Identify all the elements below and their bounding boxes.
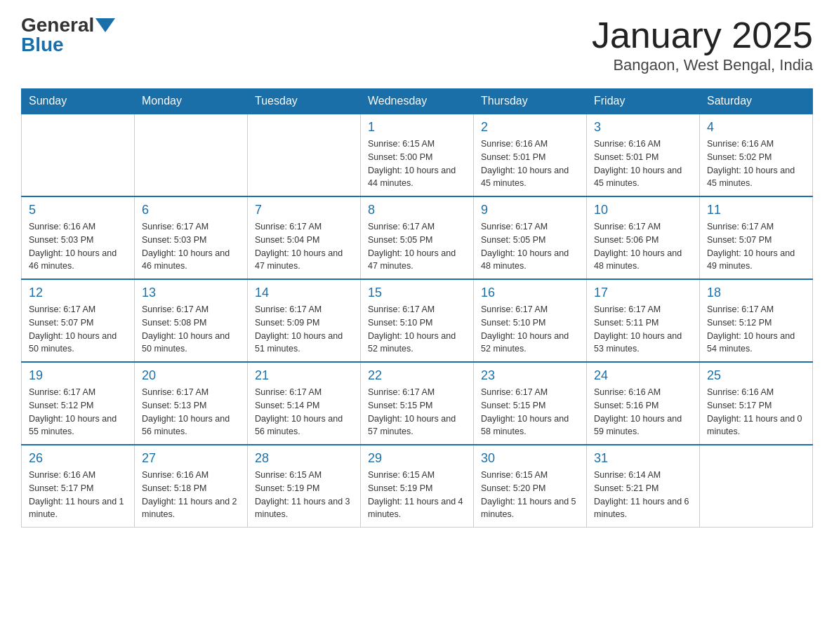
day-number-12: 12 bbox=[29, 286, 127, 300]
day-number-7: 7 bbox=[255, 203, 353, 217]
day-number-18: 18 bbox=[707, 286, 805, 300]
calendar-subtitle: Bangaon, West Bengal, India bbox=[592, 56, 813, 74]
day-cell-8: 8Sunrise: 6:17 AM Sunset: 5:05 PM Daylig… bbox=[361, 196, 474, 279]
logo-blue-text: Blue bbox=[21, 34, 64, 56]
day-number-17: 17 bbox=[594, 286, 692, 300]
day-number-28: 28 bbox=[255, 451, 353, 466]
day-number-10: 10 bbox=[594, 203, 692, 217]
weekday-header-tuesday: Tuesday bbox=[248, 89, 361, 114]
day-info-25: Sunrise: 6:16 AM Sunset: 5:17 PM Dayligh… bbox=[707, 386, 805, 438]
title-section: January 2025 Bangaon, West Bengal, India bbox=[592, 14, 813, 74]
day-cell-25: 25Sunrise: 6:16 AM Sunset: 5:17 PM Dayli… bbox=[700, 362, 813, 445]
day-number-25: 25 bbox=[707, 368, 805, 383]
day-cell-13: 13Sunrise: 6:17 AM Sunset: 5:08 PM Dayli… bbox=[135, 279, 248, 362]
day-info-20: Sunrise: 6:17 AM Sunset: 5:13 PM Dayligh… bbox=[142, 386, 240, 438]
day-info-7: Sunrise: 6:17 AM Sunset: 5:04 PM Dayligh… bbox=[255, 220, 353, 273]
day-cell-30: 30Sunrise: 6:15 AM Sunset: 5:20 PM Dayli… bbox=[474, 445, 587, 528]
day-number-14: 14 bbox=[255, 286, 353, 300]
calendar-table: SundayMondayTuesdayWednesdayThursdayFrid… bbox=[21, 88, 813, 528]
page-header: General Blue January 2025 Bangaon, West … bbox=[21, 14, 813, 74]
logo-triangle-icon bbox=[95, 18, 115, 32]
day-cell-31: 31Sunrise: 6:14 AM Sunset: 5:21 PM Dayli… bbox=[587, 445, 700, 528]
day-cell-24: 24Sunrise: 6:16 AM Sunset: 5:16 PM Dayli… bbox=[587, 362, 700, 445]
day-info-12: Sunrise: 6:17 AM Sunset: 5:07 PM Dayligh… bbox=[29, 303, 127, 356]
day-cell-15: 15Sunrise: 6:17 AM Sunset: 5:10 PM Dayli… bbox=[361, 279, 474, 362]
day-number-5: 5 bbox=[29, 203, 127, 217]
day-info-24: Sunrise: 6:16 AM Sunset: 5:16 PM Dayligh… bbox=[594, 386, 692, 438]
day-number-16: 16 bbox=[481, 286, 579, 300]
day-info-17: Sunrise: 6:17 AM Sunset: 5:11 PM Dayligh… bbox=[594, 303, 692, 356]
day-number-11: 11 bbox=[707, 203, 805, 217]
day-cell-18: 18Sunrise: 6:17 AM Sunset: 5:12 PM Dayli… bbox=[700, 279, 813, 362]
day-cell-5: 5Sunrise: 6:16 AM Sunset: 5:03 PM Daylig… bbox=[22, 196, 135, 279]
day-number-19: 19 bbox=[29, 368, 127, 383]
day-cell-27: 27Sunrise: 6:16 AM Sunset: 5:18 PM Dayli… bbox=[135, 445, 248, 528]
week-row-2: 5Sunrise: 6:16 AM Sunset: 5:03 PM Daylig… bbox=[22, 196, 813, 279]
logo: General Blue bbox=[21, 14, 115, 56]
weekday-header-row: SundayMondayTuesdayWednesdayThursdayFrid… bbox=[22, 89, 813, 114]
day-info-27: Sunrise: 6:16 AM Sunset: 5:18 PM Dayligh… bbox=[142, 469, 240, 521]
day-number-31: 31 bbox=[594, 451, 692, 466]
empty-cell bbox=[135, 114, 248, 196]
empty-cell bbox=[22, 114, 135, 196]
day-info-31: Sunrise: 6:14 AM Sunset: 5:21 PM Dayligh… bbox=[594, 469, 692, 521]
day-cell-9: 9Sunrise: 6:17 AM Sunset: 5:05 PM Daylig… bbox=[474, 196, 587, 279]
empty-cell bbox=[700, 445, 813, 528]
day-info-22: Sunrise: 6:17 AM Sunset: 5:15 PM Dayligh… bbox=[368, 386, 466, 438]
day-cell-28: 28Sunrise: 6:15 AM Sunset: 5:19 PM Dayli… bbox=[248, 445, 361, 528]
weekday-header-saturday: Saturday bbox=[700, 89, 813, 114]
day-info-4: Sunrise: 6:16 AM Sunset: 5:02 PM Dayligh… bbox=[707, 137, 805, 190]
day-info-8: Sunrise: 6:17 AM Sunset: 5:05 PM Dayligh… bbox=[368, 220, 466, 273]
day-cell-1: 1Sunrise: 6:15 AM Sunset: 5:00 PM Daylig… bbox=[361, 114, 474, 196]
week-row-5: 26Sunrise: 6:16 AM Sunset: 5:17 PM Dayli… bbox=[22, 445, 813, 528]
day-number-15: 15 bbox=[368, 286, 466, 300]
svg-marker-0 bbox=[95, 18, 115, 32]
empty-cell bbox=[248, 114, 361, 196]
day-info-11: Sunrise: 6:17 AM Sunset: 5:07 PM Dayligh… bbox=[707, 220, 805, 273]
day-cell-4: 4Sunrise: 6:16 AM Sunset: 5:02 PM Daylig… bbox=[700, 114, 813, 196]
day-number-23: 23 bbox=[481, 368, 579, 383]
day-info-14: Sunrise: 6:17 AM Sunset: 5:09 PM Dayligh… bbox=[255, 303, 353, 356]
day-info-15: Sunrise: 6:17 AM Sunset: 5:10 PM Dayligh… bbox=[368, 303, 466, 356]
day-number-20: 20 bbox=[142, 368, 240, 383]
day-cell-12: 12Sunrise: 6:17 AM Sunset: 5:07 PM Dayli… bbox=[22, 279, 135, 362]
day-number-29: 29 bbox=[368, 451, 466, 466]
day-number-24: 24 bbox=[594, 368, 692, 383]
day-number-30: 30 bbox=[481, 451, 579, 466]
day-info-2: Sunrise: 6:16 AM Sunset: 5:01 PM Dayligh… bbox=[481, 137, 579, 190]
day-info-6: Sunrise: 6:17 AM Sunset: 5:03 PM Dayligh… bbox=[142, 220, 240, 273]
week-row-3: 12Sunrise: 6:17 AM Sunset: 5:07 PM Dayli… bbox=[22, 279, 813, 362]
day-info-3: Sunrise: 6:16 AM Sunset: 5:01 PM Dayligh… bbox=[594, 137, 692, 190]
day-info-18: Sunrise: 6:17 AM Sunset: 5:12 PM Dayligh… bbox=[707, 303, 805, 356]
day-info-28: Sunrise: 6:15 AM Sunset: 5:19 PM Dayligh… bbox=[255, 469, 353, 521]
weekday-header-monday: Monday bbox=[135, 89, 248, 114]
day-cell-26: 26Sunrise: 6:16 AM Sunset: 5:17 PM Dayli… bbox=[22, 445, 135, 528]
day-info-5: Sunrise: 6:16 AM Sunset: 5:03 PM Dayligh… bbox=[29, 220, 127, 273]
day-cell-14: 14Sunrise: 6:17 AM Sunset: 5:09 PM Dayli… bbox=[248, 279, 361, 362]
day-cell-29: 29Sunrise: 6:15 AM Sunset: 5:19 PM Dayli… bbox=[361, 445, 474, 528]
day-cell-7: 7Sunrise: 6:17 AM Sunset: 5:04 PM Daylig… bbox=[248, 196, 361, 279]
weekday-header-thursday: Thursday bbox=[474, 89, 587, 114]
day-info-23: Sunrise: 6:17 AM Sunset: 5:15 PM Dayligh… bbox=[481, 386, 579, 438]
day-number-1: 1 bbox=[368, 120, 466, 135]
calendar-title: January 2025 bbox=[592, 14, 813, 56]
day-cell-3: 3Sunrise: 6:16 AM Sunset: 5:01 PM Daylig… bbox=[587, 114, 700, 196]
day-info-26: Sunrise: 6:16 AM Sunset: 5:17 PM Dayligh… bbox=[29, 469, 127, 521]
day-cell-20: 20Sunrise: 6:17 AM Sunset: 5:13 PM Dayli… bbox=[135, 362, 248, 445]
day-info-9: Sunrise: 6:17 AM Sunset: 5:05 PM Dayligh… bbox=[481, 220, 579, 273]
day-cell-23: 23Sunrise: 6:17 AM Sunset: 5:15 PM Dayli… bbox=[474, 362, 587, 445]
day-number-9: 9 bbox=[481, 203, 579, 217]
day-cell-16: 16Sunrise: 6:17 AM Sunset: 5:10 PM Dayli… bbox=[474, 279, 587, 362]
day-number-22: 22 bbox=[368, 368, 466, 383]
day-number-21: 21 bbox=[255, 368, 353, 383]
day-info-21: Sunrise: 6:17 AM Sunset: 5:14 PM Dayligh… bbox=[255, 386, 353, 438]
day-cell-21: 21Sunrise: 6:17 AM Sunset: 5:14 PM Dayli… bbox=[248, 362, 361, 445]
day-number-8: 8 bbox=[368, 203, 466, 217]
day-number-26: 26 bbox=[29, 451, 127, 466]
day-number-3: 3 bbox=[594, 120, 692, 135]
day-cell-22: 22Sunrise: 6:17 AM Sunset: 5:15 PM Dayli… bbox=[361, 362, 474, 445]
weekday-header-friday: Friday bbox=[587, 89, 700, 114]
day-info-19: Sunrise: 6:17 AM Sunset: 5:12 PM Dayligh… bbox=[29, 386, 127, 438]
day-number-27: 27 bbox=[142, 451, 240, 466]
day-number-2: 2 bbox=[481, 120, 579, 135]
